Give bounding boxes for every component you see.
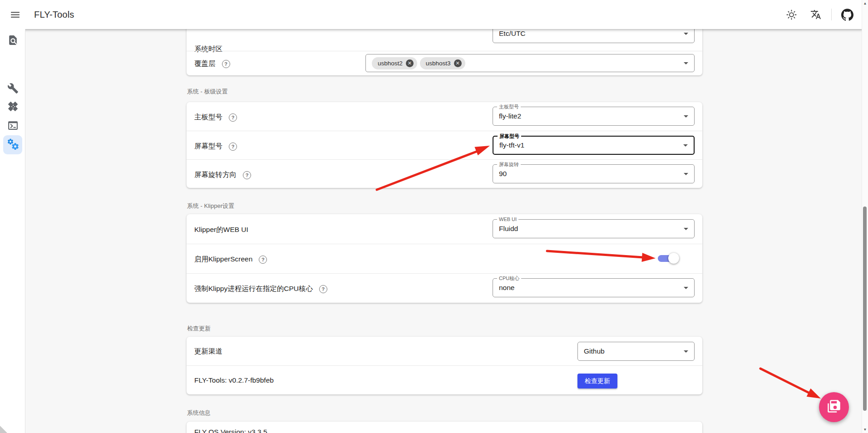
help-icon[interactable] <box>222 60 230 68</box>
webui-label-text: Klipper的WEB UI <box>194 225 248 235</box>
chip-label: usbhost3 <box>426 60 451 67</box>
check-update-button[interactable]: 检查更新 <box>577 374 617 389</box>
klipperscreen-label: 启用KlipperScreen <box>194 255 267 264</box>
help-icon[interactable] <box>243 171 251 179</box>
update-channel-select[interactable]: Github <box>577 342 695 361</box>
sidebar-item-file-search[interactable] <box>3 31 22 50</box>
sidebar-item-tools[interactable] <box>3 79 22 98</box>
overlay-chip[interactable]: usbhost3 ✕ <box>420 57 465 69</box>
klipperscreen-toggle-on[interactable] <box>658 252 681 264</box>
screen-rotation-select[interactable]: 屏幕旋转 90 <box>493 164 695 183</box>
appbar-divider <box>831 9 832 20</box>
webui-select[interactable]: WEB UI Fluidd <box>493 219 695 238</box>
scroll-up-icon[interactable]: ▲ <box>862 1 868 5</box>
row-divider <box>187 131 702 131</box>
os-version-text: FLY OS Version: v3.3.5 <box>194 428 267 433</box>
terminal-icon <box>7 120 19 133</box>
screen-model-label: 屏幕型号 <box>194 142 237 151</box>
chevron-down-icon <box>684 33 688 35</box>
screen-model-select[interactable]: 屏幕型号 fly-tft-v1 <box>493 136 695 155</box>
chip-close-icon[interactable]: ✕ <box>454 59 462 67</box>
chevron-down-icon <box>684 115 688 118</box>
wrench-icon <box>7 83 19 96</box>
scrollbar-thumb[interactable] <box>863 207 867 411</box>
cpu-core-label-text: 强制Klippy进程运行在指定的CPU核心 <box>194 284 313 294</box>
update-channel-label-text: 更新渠道 <box>194 347 222 356</box>
app-bar: FLY-Tools <box>0 0 868 29</box>
mainboard-label: 主板型号 <box>194 113 237 122</box>
cpu-core-select[interactable]: CPU核心 none <box>493 278 695 297</box>
cpu-core-label: 强制Klippy进程运行在指定的CPU核心 <box>194 284 327 294</box>
help-icon[interactable] <box>229 143 237 151</box>
screen-model-label-text: 屏幕型号 <box>194 142 222 151</box>
scroll-down-icon[interactable]: ▼ <box>862 428 868 432</box>
mainboard-select-value: fly-lite2 <box>499 112 521 120</box>
sidebar-item-terminal[interactable] <box>3 117 22 136</box>
cpu-core-field-label: CPU核心 <box>497 276 521 281</box>
timezone-label: 系统时区 <box>194 44 222 54</box>
screen-model-field-label: 屏幕型号 <box>498 134 521 139</box>
row-divider <box>187 244 702 244</box>
fly-tools-version-label: FLY-Tools: v0.2.7-fb9bfeb <box>194 376 274 384</box>
bandage-icon <box>7 101 19 114</box>
row-divider <box>187 365 702 366</box>
section-title-klipper: 系统 - Klipper设置 <box>187 202 234 210</box>
screen-rotation-select-value: 90 <box>499 170 507 178</box>
webui-select-value: Fluidd <box>499 225 518 233</box>
gears-settings-icon <box>7 138 19 152</box>
os-version-label: FLY OS Version: v3.3.5 <box>194 428 267 433</box>
update-channel-select-value: Github <box>584 347 605 355</box>
klipperscreen-label-text: 启用KlipperScreen <box>194 255 252 264</box>
webui-label: Klipper的WEB UI <box>194 225 248 235</box>
card-check-update: 更新渠道 Github FLY-Tools: v0.2.7-fb9bfeb 检查… <box>187 337 702 394</box>
mainboard-label-text: 主板型号 <box>194 113 222 122</box>
section-title-board: 系统 - 板级设置 <box>187 88 228 96</box>
fly-tools-settings-page: 系统时区 Etc/UTC 覆盖层 usbhost2 ✕ usbhost3 ✕ 系… <box>0 0 868 433</box>
overlay-label-text: 覆盖层 <box>194 59 216 69</box>
cpu-core-select-value: none <box>499 284 514 292</box>
update-channel-label: 更新渠道 <box>194 347 222 356</box>
row-divider <box>187 273 702 274</box>
screen-model-select-value: fly-tft-v1 <box>499 141 524 149</box>
screen-rotation-label-text: 屏幕旋转方向 <box>194 170 237 180</box>
chip-label: usbhost2 <box>378 60 403 67</box>
row-divider <box>187 159 702 160</box>
help-icon[interactable] <box>259 256 267 264</box>
arrow-to-save-fab <box>760 369 821 399</box>
save-fab-button[interactable] <box>819 392 849 422</box>
mainboard-select[interactable]: 主板型号 fly-lite2 <box>493 107 695 126</box>
section-title-sysinfo: 系统信息 <box>187 409 211 417</box>
mainboard-field-label: 主板型号 <box>497 104 521 109</box>
overlay-chip[interactable]: usbhost2 ✕ <box>372 57 417 69</box>
chevron-down-icon <box>684 228 688 230</box>
webui-field-label: WEB UI <box>497 217 518 222</box>
screen-rotation-field-label: 屏幕旋转 <box>497 162 521 167</box>
save-all-icon <box>827 399 841 415</box>
timezone-select-value: Etc/UTC <box>499 30 526 38</box>
help-icon[interactable] <box>319 285 327 293</box>
menu-icon[interactable] <box>6 5 24 24</box>
appbar-actions <box>782 0 856 29</box>
sidebar-nav <box>0 29 25 433</box>
corner-artifact <box>0 426 7 433</box>
section-title-update: 检查更新 <box>187 325 211 333</box>
screen-rotation-label: 屏幕旋转方向 <box>194 170 251 180</box>
chip-close-icon[interactable]: ✕ <box>406 59 414 67</box>
file-search-icon <box>7 34 19 48</box>
chevron-down-icon <box>684 287 688 289</box>
brightness-icon[interactable] <box>782 5 800 24</box>
translate-icon[interactable] <box>807 5 825 24</box>
sidebar-item-repair[interactable] <box>3 98 22 117</box>
overlay-select[interactable]: usbhost2 ✕ usbhost3 ✕ <box>365 54 695 72</box>
chevron-down-icon <box>684 350 688 353</box>
sidebar-item-settings[interactable] <box>3 135 22 154</box>
card-klipper-settings: Klipper的WEB UI WEB UI Fluidd 启用KlipperSc… <box>187 214 702 303</box>
help-icon[interactable] <box>229 113 237 122</box>
page-scrollbar[interactable]: ▲ ▼ <box>862 0 868 433</box>
card-board-settings: 主板型号 主板型号 fly-lite2 屏幕型号 屏幕型号 fly-tft-v1… <box>187 102 702 188</box>
chevron-down-icon <box>684 173 688 175</box>
card-system-info: FLY OS Version: v3.3.5 <box>187 422 702 433</box>
toggle-thumb <box>668 253 679 264</box>
github-icon[interactable] <box>838 5 856 24</box>
overlay-label: 覆盖层 <box>194 59 230 69</box>
